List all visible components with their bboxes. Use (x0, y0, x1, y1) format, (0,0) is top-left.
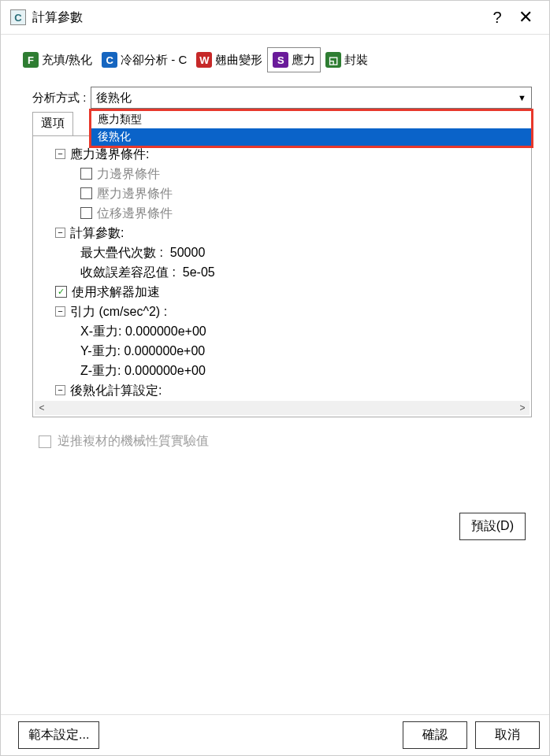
panel-area: 選項 − 應力邊界條件: 力邊界條件 壓力邊界條件 位移邊界條件 (32, 109, 532, 417)
cancel-button[interactable]: 取消 (475, 721, 540, 749)
analysis-dropdown: 應力類型 後熟化 (89, 109, 533, 148)
footer: 範本設定... 確認 取消 (1, 714, 549, 755)
checkbox-checked-icon[interactable]: ✓ (55, 286, 67, 298)
chevron-down-icon: ▼ (518, 93, 526, 102)
tree-item-gz[interactable]: Z-重力: 0.000000e+00 (80, 361, 525, 380)
ok-button[interactable]: 確認 (403, 721, 467, 749)
app-icon: C (10, 9, 26, 25)
tab-cooling[interactable]: C 冷卻分析 - C (97, 47, 191, 72)
window-title: 計算參數 (32, 9, 483, 26)
default-button[interactable]: 預設(D) (459, 513, 526, 540)
tab-icon-p: ◱ (325, 52, 341, 68)
experiment-checkbox-row: 逆推複材的機械性質實驗值 (39, 433, 532, 450)
tree-item-tolerance[interactable]: 收斂誤差容忍值 : 5e-05 (80, 262, 525, 282)
experiment-checkbox-label: 逆推複材的機械性質實驗值 (58, 433, 209, 450)
tab-icon-f: F (23, 52, 39, 68)
tab-warpage[interactable]: W 翹曲變形 (191, 47, 267, 72)
tree-postcure: − 後熟化計算設定: (55, 380, 525, 400)
checkbox-icon (39, 435, 51, 448)
scroll-left-icon[interactable]: < (35, 402, 49, 414)
dialog-window: C 計算參數 ? ✕ F 充填/熟化 C 冷卻分析 - C W 翹曲變形 S 應… (0, 0, 550, 756)
analysis-value: 後熟化 (96, 91, 132, 106)
analysis-label: 分析方式 : (32, 91, 86, 106)
tab-package[interactable]: ◱ 封裝 (321, 47, 373, 72)
tab-stress[interactable]: S 應力 (267, 47, 321, 72)
template-button[interactable]: 範本設定... (18, 721, 99, 749)
horizontal-scrollbar[interactable]: < > (35, 401, 530, 415)
tab-fill-cure[interactable]: F 充填/熟化 (18, 47, 97, 72)
tree-gravity: − 引力 (cm/sec^2) : (55, 302, 525, 321)
tab-bar: F 充填/熟化 C 冷卻分析 - C W 翹曲變形 S 應力 ◱ 封裝 (18, 47, 532, 72)
toggle-icon[interactable]: − (55, 228, 65, 238)
tree-item-gy[interactable]: Y-重力: 0.000000e+00 (80, 341, 525, 361)
tree-item-pressure-bc[interactable]: 壓力邊界條件 (80, 183, 525, 203)
tree-item-displacement-bc[interactable]: 位移邊界條件 (80, 203, 525, 223)
checkbox-icon[interactable] (80, 168, 92, 180)
tab-icon-s: S (273, 52, 288, 68)
close-button[interactable]: ✕ (511, 7, 540, 28)
tab-icon-w: W (196, 52, 212, 68)
titlebar: C 計算參數 ? ✕ (1, 1, 549, 35)
tree-panel: − 應力邊界條件: 力邊界條件 壓力邊界條件 位移邊界條件 − 計算 (32, 135, 532, 417)
content-area: F 充填/熟化 C 冷卻分析 - C W 翹曲變形 S 應力 ◱ 封裝 分析方式… (1, 35, 549, 714)
scroll-right-icon[interactable]: > (515, 402, 530, 414)
checkbox-icon[interactable] (80, 187, 92, 199)
tree-item-max-iter[interactable]: 最大疊代次數 : 50000 (80, 243, 525, 262)
dropdown-option-postcure[interactable]: 後熟化 (91, 128, 531, 146)
dropdown-option-stress-type[interactable]: 應力類型 (91, 111, 531, 128)
analysis-row: 分析方式 : 後熟化 ▼ 應力類型 後熟化 (18, 87, 532, 109)
toggle-icon[interactable]: − (55, 149, 65, 159)
toggle-icon[interactable]: − (55, 306, 65, 317)
help-button[interactable]: ? (483, 9, 511, 27)
default-row: 預設(D) (18, 513, 526, 540)
tree-item-solver-accel[interactable]: ✓ 使用求解器加速 (55, 282, 525, 302)
scroll-track[interactable] (49, 402, 515, 414)
tree-calc: − 計算參數: (55, 223, 525, 243)
tab-icon-c: C (102, 52, 117, 68)
checkbox-icon[interactable] (80, 207, 92, 219)
toggle-icon[interactable]: − (55, 385, 65, 395)
analysis-select[interactable]: 後熟化 ▼ 應力類型 後熟化 (91, 87, 532, 109)
tree-item-force-bc[interactable]: 力邊界條件 (80, 164, 525, 183)
tree-item-gx[interactable]: X-重力: 0.000000e+00 (80, 321, 525, 341)
